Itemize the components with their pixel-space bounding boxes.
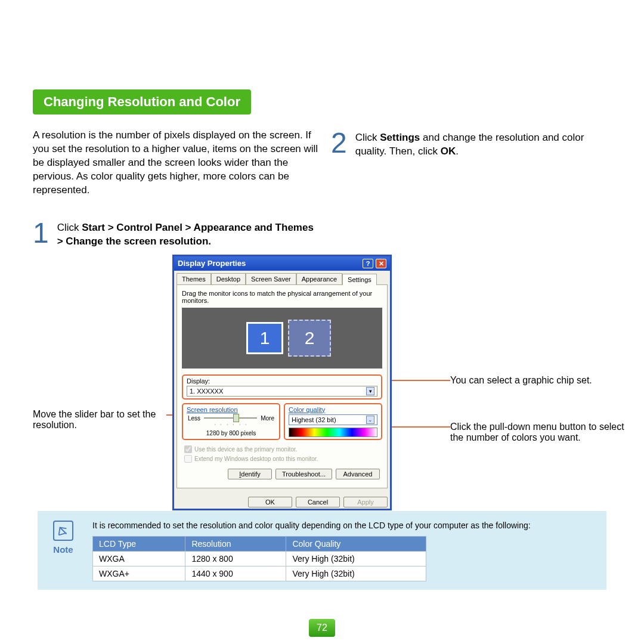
display-properties-dialog: Display Properties ? ✕ Themes Desktop Sc… <box>172 255 392 510</box>
slider-less-label: Less <box>188 415 200 422</box>
slider-handle[interactable] <box>233 414 239 422</box>
display-value: 1. XXXXXX <box>190 388 223 395</box>
tab-settings[interactable]: Settings <box>342 274 377 285</box>
help-icon[interactable]: ? <box>363 259 373 268</box>
note-box: Note It is recommended to set the resolu… <box>38 511 606 590</box>
page-number: 72 <box>309 619 335 637</box>
intro-paragraph: A resolution is the number of pixels dis… <box>33 129 319 197</box>
annotation-chipset: You can select a graphic chip set. <box>450 375 623 386</box>
identify-button[interactable]: Identify <box>228 469 272 479</box>
ok-button[interactable]: OK <box>248 497 292 507</box>
primary-monitor-checkbox[interactable]: Use this device as the primary monitor. <box>184 446 297 453</box>
display-dropdown-highlight: Display: 1. XXXXXX ▾ <box>182 374 382 400</box>
screen-resolution-title: Screen resolution <box>187 406 275 413</box>
annotation-slider: Move the slider bar to set the resolutio… <box>33 409 169 431</box>
chevron-down-icon[interactable]: ⌄ <box>366 416 374 424</box>
note-label: Note <box>48 544 78 555</box>
chevron-down-icon[interactable]: ▾ <box>366 387 374 395</box>
tab-screensaver[interactable]: Screen Saver <box>246 273 296 284</box>
tab-appearance[interactable]: Appearance <box>296 273 342 284</box>
color-quality-title: Color quality <box>289 406 377 413</box>
titlebar[interactable]: Display Properties ? ✕ <box>174 256 390 271</box>
lcd-recommendation-table: LCD Type Resolution Color Quality WXGA12… <box>92 536 426 581</box>
step-2-number: 2 <box>331 129 347 157</box>
advanced-button[interactable]: Advanced <box>336 469 380 479</box>
slider-more-label: More <box>261 415 274 422</box>
table-row: WXGA1280 x 800Very High (32bit) <box>93 551 426 566</box>
troubleshoot-button[interactable]: Troubleshoot... <box>275 469 332 479</box>
table-row: WXGA+1440 x 900Very High (32bit) <box>93 566 426 581</box>
monitor-2-icon[interactable]: 2 <box>288 320 331 357</box>
display-label: Display: <box>187 377 377 385</box>
step-2-text: Click Settings and change the resolution… <box>355 129 611 159</box>
monitor-1-icon[interactable]: 1 <box>246 322 283 354</box>
leader-line <box>382 426 450 428</box>
monitor-preview[interactable]: 2 1 <box>182 308 382 369</box>
resolution-slider[interactable] <box>204 416 257 420</box>
titlebar-text: Display Properties <box>178 259 246 268</box>
note-text: It is recommended to set the resolution … <box>92 521 596 530</box>
display-dropdown[interactable]: 1. XXXXXX ▾ <box>187 386 377 397</box>
color-quality-dropdown[interactable]: Highest (32 bit) ⌄ <box>289 414 377 425</box>
tab-desktop[interactable]: Desktop <box>211 273 246 284</box>
color-spectrum <box>289 428 377 437</box>
table-header: LCD Type <box>93 536 185 551</box>
drag-instruction: Drag the monitor icons to match the phys… <box>182 290 382 304</box>
cancel-button[interactable]: Cancel <box>296 497 340 507</box>
table-header: Resolution <box>185 536 286 551</box>
extend-desktop-checkbox[interactable]: Extend my Windows desktop onto this moni… <box>184 456 318 462</box>
apply-button[interactable]: Apply <box>343 497 388 507</box>
note-icon <box>53 521 73 541</box>
resolution-value: 1280 by 800 pixels <box>187 430 275 436</box>
step-1-text: Click Start > Control Panel > Appearance… <box>57 219 319 249</box>
color-quality-group: Color quality Highest (32 bit) ⌄ <box>284 403 382 440</box>
step-1-number: 1 <box>33 219 49 247</box>
color-quality-value: Highest (32 bit) <box>292 416 336 423</box>
close-icon[interactable]: ✕ <box>376 259 386 268</box>
leader-line <box>385 380 450 381</box>
section-heading: Changing Resolution and Color <box>33 89 251 114</box>
tab-themes[interactable]: Themes <box>177 273 211 284</box>
annotation-color-quality: Click the pull-down menu button to selec… <box>450 422 635 443</box>
slider-ticks: ˈ ˈ ˈ ˈ ˈ ˈ <box>187 423 275 429</box>
table-header: Color Quality <box>286 536 426 551</box>
screen-resolution-group: Screen resolution Less More ˈ ˈ ˈ ˈ ˈ ˈ … <box>182 403 280 440</box>
tab-strip: Themes Desktop Screen Saver Appearance S… <box>174 271 390 284</box>
